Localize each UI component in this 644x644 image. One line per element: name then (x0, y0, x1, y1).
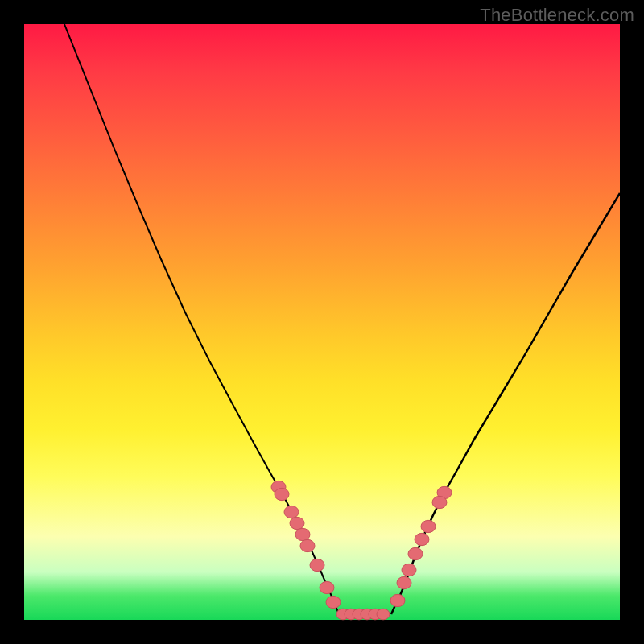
data-dot (377, 609, 390, 620)
data-dot (390, 594, 405, 606)
data-dot (284, 506, 299, 518)
data-dot (326, 596, 341, 608)
chart-overlay (24, 24, 620, 620)
data-dot (402, 564, 416, 576)
data-dot (295, 528, 310, 540)
data-dot (432, 496, 447, 508)
curve-right-arm (391, 193, 620, 614)
watermark-text: TheBottleneck.com (480, 5, 634, 26)
data-dot (275, 488, 289, 500)
data-dot (408, 547, 423, 559)
data-dot (397, 576, 411, 588)
data-dot (320, 581, 334, 593)
chart-frame: TheBottleneck.com (0, 0, 644, 644)
data-dot (421, 520, 436, 532)
data-dot (310, 559, 324, 571)
data-dot (415, 533, 429, 545)
data-dot (290, 517, 304, 529)
data-dots (271, 481, 452, 619)
data-dot (300, 539, 315, 551)
